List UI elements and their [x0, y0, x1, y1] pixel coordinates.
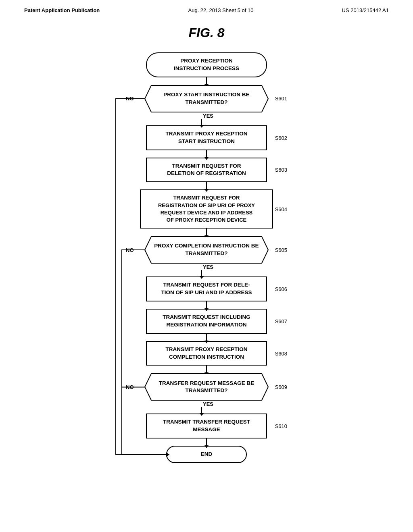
s609-yes-label: YES — [203, 401, 213, 407]
s601-decision-wrapper: PROXY START INSTRUCTION BE TRANSMITTED? — [144, 85, 269, 113]
page-header: Patent Application Publication Aug. 22, … — [0, 0, 413, 17]
s609-decision-container: NO TRANSFER REQUEST MESSAGE BE TRANSMITT… — [122, 373, 291, 401]
arrow-11 — [206, 438, 207, 446]
s605-decision-text: PROXY COMPLETION INSTRUCTION BE TRANSMIT… — [144, 236, 269, 264]
s601-decision-container: NO PROXY START INSTRUCTION BE TRANSMITTE… — [122, 85, 291, 113]
s605-label: S605 — [275, 247, 287, 253]
s609-decision-text: TRANSFER REQUEST MESSAGE BE TRANSMITTED? — [144, 373, 269, 401]
s608-box: TRANSMIT PROXY RECEPTION COMPLETION INST… — [146, 341, 267, 366]
header-right: US 2013/215442 A1 — [342, 7, 389, 13]
s603-box: TRANSMIT REQUEST FOR DELETION OF REGISTR… — [146, 158, 267, 183]
arrow-7 — [206, 301, 207, 309]
s610-label: S610 — [275, 423, 287, 429]
s602-box: TRANSMIT PROXY RECEPTION START INSTRUCTI… — [146, 125, 267, 150]
s604-label: S604 — [275, 206, 287, 212]
s601-yes-group: YES — [201, 113, 213, 125]
s605-decision-wrapper: PROXY COMPLETION INSTRUCTION BE TRANSMIT… — [144, 236, 269, 264]
arrow-10 — [201, 407, 202, 414]
s608-label: S608 — [275, 350, 287, 356]
s605-no-label: NO — [126, 247, 134, 253]
s604-row: TRANSMIT REQUEST FOR REGISTRATION OF SIP… — [122, 189, 291, 229]
arrow-6 — [201, 270, 202, 276]
s610-row: TRANSMIT TRANSFER REQUEST MESSAGE S610 — [122, 414, 291, 438]
s601-no-label: NO — [126, 96, 134, 102]
s603-row: TRANSMIT REQUEST FOR DELETION OF REGISTR… — [122, 158, 291, 183]
arrow-4 — [206, 182, 207, 189]
s606-box: TRANSMIT REQUEST FOR DELE- TION OF SIP U… — [146, 276, 267, 301]
s606-label: S606 — [275, 286, 287, 292]
s609-yes-group: YES — [201, 401, 213, 414]
s604-box: TRANSMIT REQUEST FOR REGISTRATION OF SIP… — [140, 189, 273, 229]
start-node: PROXY RECEPTION INSTRUCTION PROCESS — [146, 52, 267, 77]
s605-decision-container: NO PROXY COMPLETION INSTRUCTION BE TRANS… — [122, 236, 291, 264]
arrow-1 — [206, 77, 207, 85]
arrow-9 — [206, 366, 207, 373]
s602-label: S602 — [275, 135, 287, 141]
figure-title: FIG. 8 — [0, 25, 413, 40]
s609-decision-wrapper: TRANSFER REQUEST MESSAGE BE TRANSMITTED? — [144, 373, 269, 401]
s607-row: TRANSMIT REQUEST INCLUDING REGISTRATION … — [122, 309, 291, 334]
s610-box: TRANSMIT TRANSFER REQUEST MESSAGE — [146, 414, 267, 438]
arrow-2 — [201, 119, 202, 125]
s608-row: TRANSMIT PROXY RECEPTION COMPLETION INST… — [122, 341, 291, 366]
s601-decision-text: PROXY START INSTRUCTION BE TRANSMITTED? — [144, 85, 269, 113]
s609-label: S609 — [275, 384, 287, 390]
header-left: Patent Application Publication — [24, 7, 100, 13]
start-node-row: PROXY RECEPTION INSTRUCTION PROCESS — [122, 52, 291, 77]
s601-yes-label: YES — [203, 113, 213, 119]
arrow-3 — [206, 150, 207, 158]
s606-row: TRANSMIT REQUEST FOR DELE- TION OF SIP U… — [122, 276, 291, 301]
header-center: Aug. 22, 2013 Sheet 5 of 10 — [188, 7, 254, 13]
arrow-8 — [206, 334, 207, 341]
s605-yes-group: YES — [201, 264, 213, 276]
s605-yes-label: YES — [203, 264, 213, 270]
s602-row: TRANSMIT PROXY RECEPTION START INSTRUCTI… — [122, 125, 291, 150]
s607-label: S607 — [275, 318, 287, 324]
flowchart: PROXY RECEPTION INSTRUCTION PROCESS NO P… — [0, 52, 413, 479]
s603-label: S603 — [275, 167, 287, 173]
end-node-row: END — [122, 446, 291, 463]
s609-no-label: NO — [126, 384, 134, 390]
arrow-5 — [206, 229, 207, 236]
s607-box: TRANSMIT REQUEST INCLUDING REGISTRATION … — [146, 309, 267, 334]
end-node: END — [166, 446, 247, 463]
s601-label: S601 — [275, 96, 287, 102]
